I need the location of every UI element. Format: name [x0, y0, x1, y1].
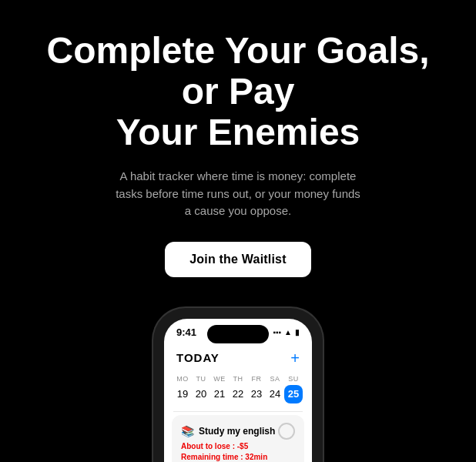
task-time-label: Remaining time :	[181, 453, 245, 461]
task-check-study[interactable]	[278, 423, 295, 440]
today-header: TODAY +	[164, 347, 312, 372]
cal-dow: TU	[196, 375, 206, 383]
calendar-strip: MO 19 TU 20 WE 21 TH 22	[164, 372, 312, 411]
status-icons: ▪▪▪ ▲ ▮	[273, 328, 300, 336]
cal-dow: MO	[176, 375, 189, 383]
hero-title-line1: Complete Your Goals, or Pay	[47, 30, 430, 112]
cal-dow: FR	[252, 375, 262, 383]
cal-day-su[interactable]: SU 25	[284, 375, 303, 403]
phone-frame: 9:41 ▪▪▪ ▲ ▮ TODAY + MO	[153, 308, 323, 462]
signal-icon: ▪▪▪	[273, 328, 281, 336]
cal-num: 21	[210, 385, 229, 403]
hero-subtitle: A habit tracker where time is money: com…	[115, 168, 361, 220]
task-emoji-study: 📚	[181, 425, 194, 437]
hero-title-line2: Your Enemies	[116, 112, 360, 152]
task-top: 📚 Study my english	[181, 423, 295, 440]
phone-content: TODAY + MO 19 TU 20 WE 21	[164, 341, 312, 462]
cal-day-sa: SA 24	[266, 375, 284, 403]
phone-screen: 9:41 ▪▪▪ ▲ ▮ TODAY + MO	[164, 319, 312, 462]
cal-dow: WE	[213, 375, 226, 383]
cal-day-tu: TU 20	[192, 375, 210, 403]
cal-day-we: WE 21	[210, 375, 229, 403]
cal-num-active: 25	[284, 385, 303, 403]
add-task-button[interactable]: +	[290, 350, 300, 366]
task-time-study: Remaining time : 32min	[181, 453, 295, 461]
wifi-icon: ▲	[284, 328, 292, 336]
task-lose-label: About to lose :	[181, 442, 237, 450]
cal-num: 24	[266, 385, 284, 403]
task-name-study: Study my english	[199, 426, 275, 437]
phone-mockup: 9:41 ▪▪▪ ▲ ▮ TODAY + MO	[0, 308, 476, 462]
hero-title: Complete Your Goals, or Pay Your Enemies	[46, 31, 430, 152]
status-time: 9:41	[176, 326, 196, 338]
cal-day-fr: FR 23	[247, 375, 266, 403]
cal-day-th: TH 22	[229, 375, 247, 403]
dynamic-island	[207, 325, 269, 343]
hero-section: Complete Your Goals, or Pay Your Enemies…	[0, 0, 476, 300]
task-lose-study: About to lose : -$5	[181, 442, 295, 450]
cal-num: 23	[247, 385, 266, 403]
battery-icon: ▮	[295, 328, 300, 336]
cal-num: 20	[192, 385, 210, 403]
cal-dow: SU	[288, 375, 299, 383]
cal-num: 22	[229, 385, 247, 403]
task-lose-amount: -$5	[237, 442, 248, 450]
cal-dow: TH	[233, 375, 243, 383]
task-card-study: 📚 Study my english About to lose : -$5 R…	[172, 415, 304, 462]
task-name-row: 📚 Study my english	[181, 425, 275, 437]
today-label: TODAY	[176, 351, 220, 364]
tasks-list: 📚 Study my english About to lose : -$5 R…	[164, 412, 312, 462]
cal-day-mo: MO 19	[173, 375, 192, 403]
cal-num: 19	[173, 385, 192, 403]
status-bar: 9:41 ▪▪▪ ▲ ▮	[164, 319, 312, 341]
waitlist-button[interactable]: Join the Waitlist	[165, 242, 310, 277]
cal-dow: SA	[270, 375, 280, 383]
task-time-value: 32min	[245, 453, 267, 461]
